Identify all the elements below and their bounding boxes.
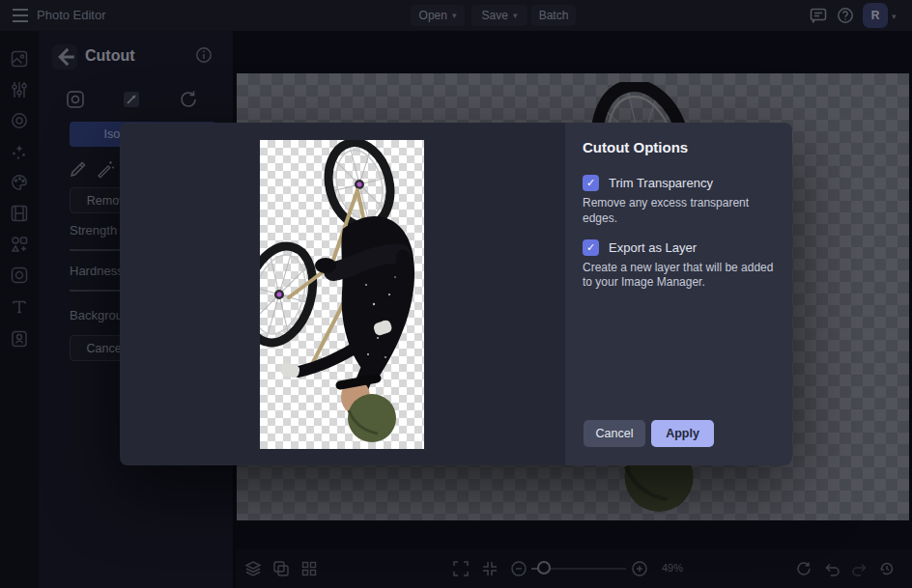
trim-transparency-option[interactable]: Trim Transparency xyxy=(583,175,775,191)
export-as-layer-checkbox[interactable] xyxy=(583,239,599,256)
trim-transparency-description: Remove any excess transparent edges. xyxy=(583,196,778,227)
cutout-options-modal: Cutout Options Trim Transparency Remove … xyxy=(120,123,792,465)
export-as-layer-description: Create a new layer that will be added to… xyxy=(583,261,778,292)
cutout-preview-image xyxy=(260,140,424,449)
modal-apply-button[interactable]: Apply xyxy=(651,420,714,447)
cutout-options-pane: Cutout Options Trim Transparency Remove … xyxy=(564,123,792,465)
cutout-preview-pane xyxy=(120,123,564,465)
export-as-layer-option[interactable]: Export as Layer xyxy=(583,239,775,256)
modal-title: Cutout Options xyxy=(583,139,775,155)
trim-transparency-checkbox[interactable] xyxy=(583,175,599,191)
modal-actions: Cancel Apply xyxy=(584,420,714,447)
modal-cancel-button[interactable]: Cancel xyxy=(584,420,645,447)
photo-editor-app: Photo Editor Open▾ Save▾ Batch R ▾ xyxy=(0,0,912,588)
